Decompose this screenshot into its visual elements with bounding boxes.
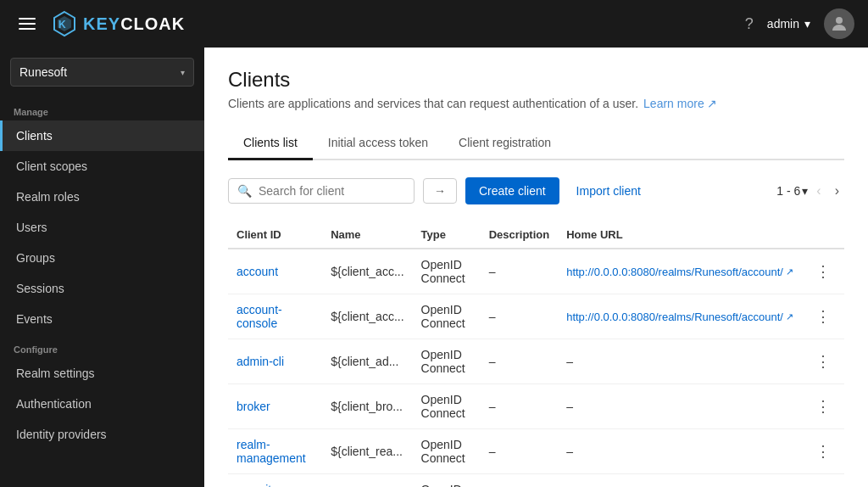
client-type: OpenID Connect bbox=[413, 294, 481, 339]
client-id-link[interactable]: broker bbox=[236, 400, 270, 413]
prev-page-button[interactable]: ‹ bbox=[811, 180, 826, 202]
learn-more-link[interactable]: Learn more ↗ bbox=[643, 97, 717, 110]
col-actions bbox=[802, 221, 844, 249]
external-link-icon: ↗ bbox=[707, 97, 717, 110]
topnav: K KEYCLOAK ? admin ▾ bbox=[0, 0, 868, 48]
realm-chevron-icon: ▾ bbox=[181, 68, 185, 77]
row-actions: ⋮ bbox=[802, 384, 844, 429]
manage-section-label: Manage bbox=[0, 97, 204, 120]
client-home-url: – bbox=[558, 429, 802, 474]
client-type: OpenID Connect bbox=[413, 339, 481, 384]
admin-menu[interactable]: admin ▾ bbox=[767, 17, 810, 31]
table-row: account-console${client_acc...OpenID Con… bbox=[228, 294, 844, 339]
table-row: admin-cli${client_ad...OpenID Connect––⋮ bbox=[228, 339, 844, 384]
tab-client-registration[interactable]: Client registration bbox=[443, 127, 566, 160]
row-actions: ⋮ bbox=[802, 339, 844, 384]
sidebar-item-authentication[interactable]: Authentication bbox=[0, 389, 204, 419]
home-url-link[interactable]: http://0.0.0.0:8080/realms/Runesoft/acco… bbox=[566, 311, 793, 323]
tab-initial-access-token[interactable]: Initial access token bbox=[313, 127, 443, 160]
row-actions: ⋮ bbox=[802, 249, 844, 294]
pagination-top: 1 - 6 ▾ ‹ › bbox=[776, 180, 844, 202]
col-description: Description bbox=[481, 221, 559, 249]
client-description: – bbox=[481, 429, 559, 474]
pagination-count: 1 - 6 ▾ bbox=[776, 184, 808, 198]
client-type: OpenID Connect bbox=[413, 249, 481, 294]
kebab-menu-button[interactable]: ⋮ bbox=[810, 396, 836, 417]
search-icon: 🔍 bbox=[237, 184, 252, 198]
client-description: – bbox=[481, 384, 559, 429]
tabs-bar: Clients list Initial access token Client… bbox=[228, 127, 844, 160]
row-actions: ⋮ bbox=[802, 294, 844, 339]
hamburger-menu[interactable] bbox=[14, 13, 41, 35]
table-row: realm-management${client_rea...OpenID Co… bbox=[228, 429, 844, 474]
sidebar-item-identity-providers[interactable]: Identity providers bbox=[0, 419, 204, 450]
sidebar-item-groups[interactable]: Groups bbox=[0, 243, 204, 273]
sidebar-item-sessions[interactable]: Sessions bbox=[0, 273, 204, 304]
svg-point-3 bbox=[836, 17, 843, 24]
help-icon[interactable]: ? bbox=[745, 15, 754, 33]
table-row: broker${client_bro...OpenID Connect––⋮ bbox=[228, 384, 844, 429]
col-type: Type bbox=[413, 221, 481, 249]
sidebar: Runesoft ▾ Manage Clients Client scopes … bbox=[0, 48, 204, 487]
clients-table: Client ID Name Type Description Home URL… bbox=[228, 221, 844, 487]
col-client-id: Client ID bbox=[228, 221, 322, 249]
client-name: ${client_bro... bbox=[322, 384, 412, 429]
sidebar-item-clients[interactable]: Clients bbox=[0, 120, 204, 151]
client-description: – bbox=[481, 474, 559, 488]
avatar[interactable] bbox=[824, 8, 854, 39]
client-type: OpenID Connect bbox=[413, 474, 481, 488]
kebab-menu-button[interactable]: ⋮ bbox=[810, 441, 836, 462]
svg-text:K: K bbox=[58, 19, 66, 31]
sidebar-item-realm-settings[interactable]: Realm settings bbox=[0, 358, 204, 389]
client-description: – bbox=[481, 294, 559, 339]
logo-text: KEYCLOAK bbox=[83, 14, 185, 34]
client-description: – bbox=[481, 249, 559, 294]
client-home-url: http://0.0.0.0:8080/admin/Runesoft/conso… bbox=[558, 474, 802, 488]
sidebar-item-users[interactable]: Users bbox=[0, 212, 204, 243]
client-type: OpenID Connect bbox=[413, 384, 481, 429]
kebab-menu-button[interactable]: ⋮ bbox=[810, 261, 836, 282]
client-id-link[interactable]: security-admin-console bbox=[236, 483, 314, 487]
client-home-url: http://0.0.0.0:8080/realms/Runesoft/acco… bbox=[558, 294, 802, 339]
home-url-link[interactable]: http://0.0.0.0:8080/realms/Runesoft/acco… bbox=[566, 266, 793, 278]
client-description: – bbox=[481, 339, 559, 384]
row-actions: ⋮ bbox=[802, 429, 844, 474]
external-link-icon: ↗ bbox=[786, 266, 793, 277]
client-id-link[interactable]: admin-cli bbox=[236, 355, 284, 368]
sidebar-item-client-scopes[interactable]: Client scopes bbox=[0, 151, 204, 182]
table-row: account${client_acc...OpenID Connect–htt… bbox=[228, 249, 844, 294]
client-home-url: – bbox=[558, 339, 802, 384]
client-name: ${client_acc... bbox=[322, 249, 412, 294]
tab-clients-list[interactable]: Clients list bbox=[228, 127, 313, 160]
row-actions: ⋮ bbox=[802, 474, 844, 488]
client-id-link[interactable]: account-console bbox=[236, 303, 282, 330]
client-type: OpenID Connect bbox=[413, 429, 481, 474]
sidebar-item-realm-roles[interactable]: Realm roles bbox=[0, 182, 204, 212]
realm-selector[interactable]: Runesoft ▾ bbox=[10, 58, 194, 87]
toolbar: 🔍 → Create client Import client 1 - 6 ▾ … bbox=[228, 177, 844, 204]
client-home-url: – bbox=[558, 384, 802, 429]
logo: K KEYCLOAK bbox=[51, 10, 185, 37]
client-id-link[interactable]: account bbox=[236, 265, 278, 278]
client-name: ${client_sec... bbox=[322, 474, 412, 488]
client-name: ${client_acc... bbox=[322, 294, 412, 339]
search-input[interactable] bbox=[259, 184, 405, 198]
col-home-url: Home URL bbox=[558, 221, 802, 249]
client-home-url: http://0.0.0.0:8080/realms/Runesoft/acco… bbox=[558, 249, 802, 294]
configure-section-label: Configure bbox=[0, 334, 204, 358]
search-submit-button[interactable]: → bbox=[423, 178, 457, 204]
client-id-link[interactable]: realm-management bbox=[236, 438, 306, 465]
kebab-menu-button[interactable]: ⋮ bbox=[810, 306, 836, 327]
col-name: Name bbox=[322, 221, 412, 249]
table-row: security-admin-console${client_sec...Ope… bbox=[228, 474, 844, 488]
next-page-button[interactable]: › bbox=[830, 180, 844, 202]
search-box: 🔍 bbox=[228, 178, 415, 204]
page-subtitle: Clients are applications and services th… bbox=[228, 97, 844, 110]
main-content: Clients Clients are applications and ser… bbox=[204, 48, 868, 487]
client-name: ${client_rea... bbox=[322, 429, 412, 474]
create-client-button[interactable]: Create client bbox=[465, 177, 559, 204]
kebab-menu-button[interactable]: ⋮ bbox=[810, 351, 836, 372]
sidebar-item-events[interactable]: Events bbox=[0, 304, 204, 334]
external-link-icon: ↗ bbox=[786, 311, 793, 322]
import-client-button[interactable]: Import client bbox=[568, 177, 649, 204]
